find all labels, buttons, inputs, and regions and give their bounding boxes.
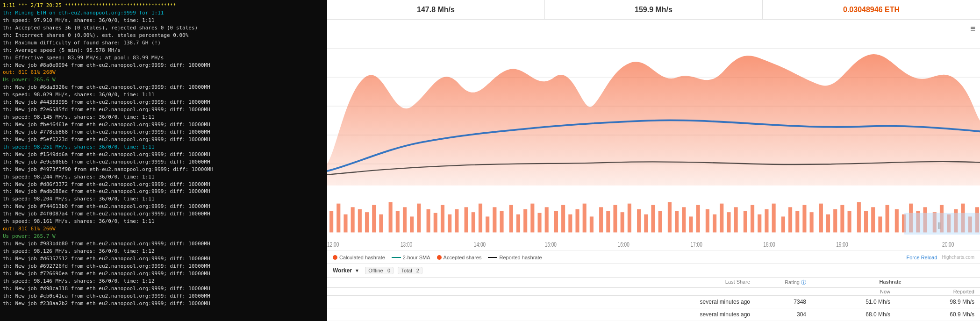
svg-text:18:00: 18:00: [763, 240, 775, 249]
terminal-line: 1:11 *** 2/17 20:25 ********************…: [3, 2, 324, 9]
metric-value-3: 0.03048946 ETH: [843, 6, 900, 14]
svg-rect-28: [493, 207, 496, 232]
legend-line-sma: [392, 257, 401, 258]
terminal-line: th: Effective speed: 83.99 MH/s; at pool…: [3, 54, 324, 62]
terminal-line: th: New job #be46461e from eth-eu2.nanop…: [3, 121, 324, 128]
svg-rect-36: [554, 211, 558, 232]
svg-rect-74: [840, 205, 844, 233]
svg-rect-52: [675, 211, 679, 232]
terminal-line: th speed: 98.146 MH/s, shares: 36/0/0, t…: [3, 278, 324, 285]
legend-sma: 2-hour SMA: [392, 255, 430, 260]
terminal-line: th: Mining ETH on eth-eu2.nanopool.org:9…: [3, 9, 324, 17]
svg-rect-34: [537, 213, 541, 233]
legend-accepted-shares: Accepted shares: [437, 255, 482, 260]
terminal-line: Us power: 265.6 W: [3, 76, 324, 84]
terminal-line: th: New job #726690ea from eth-eu2.nanop…: [3, 270, 324, 278]
sub-col-worker: [333, 289, 666, 294]
svg-rect-68: [795, 211, 799, 232]
svg-text:17:00: 17:00: [690, 240, 702, 249]
table-row: several minutes ago 7348 51.0 Mh/s 98.9 …: [327, 296, 980, 308]
terminal-line: th: New job #4f0087a4 from eth-eu2.nanop…: [3, 210, 324, 218]
svg-rect-67: [788, 207, 792, 232]
svg-rect-45: [621, 212, 624, 232]
svg-rect-48: [644, 214, 648, 233]
svg-rect-75: [848, 211, 851, 232]
row2-hashrate-reported: 60.9 Mh/s: [890, 311, 974, 318]
svg-text:14:00: 14:00: [474, 240, 486, 249]
svg-text:20:00: 20:00: [942, 240, 954, 249]
svg-rect-80: [886, 205, 889, 233]
svg-rect-21: [441, 205, 444, 233]
total-label: Total: [401, 268, 412, 273]
terminal-line: th speed: 98.161 MH/s, shares: 36/0/0, t…: [3, 218, 324, 225]
legend-dot-calculated: [333, 255, 337, 260]
terminal-line: th: New job #692726fd from eth-eu2.nanop…: [3, 263, 324, 270]
terminal-line: th: New job #4973f3f90 from eth-eu2.nano…: [3, 166, 324, 173]
terminal-line: th: New job #1549dd6a from eth-eu2.nanop…: [3, 151, 324, 158]
offline-count: 0: [387, 268, 390, 273]
svg-rect-24: [465, 207, 468, 232]
svg-rect-58: [720, 204, 723, 233]
svg-text:13:00: 13:00: [401, 240, 412, 249]
svg-rect-31: [516, 214, 520, 233]
sub-col-last-share: [666, 289, 750, 294]
terminal-line: th: New job #d6357512 from eth-eu2.nanop…: [3, 255, 324, 263]
metric-calculated-hashrate: 147.8 Mh/s: [327, 0, 545, 19]
svg-rect-102: [904, 213, 980, 235]
svg-rect-6: [329, 211, 333, 232]
svg-rect-11: [365, 212, 369, 232]
svg-rect-25: [472, 212, 475, 232]
legend-reported-hashrate: Reported hashrate: [488, 255, 542, 260]
terminal-line: th speed: 98.244 MH/s, shares: 36/0/0, t…: [3, 173, 324, 181]
svg-rect-79: [878, 216, 882, 232]
svg-rect-54: [689, 216, 693, 232]
chart-area: ≡: [327, 20, 980, 250]
offline-label: Offline: [368, 268, 383, 273]
svg-rect-43: [606, 211, 610, 232]
terminal-line: th: New job #983bdb80 from eth-eu2.nanop…: [3, 240, 324, 248]
svg-rect-47: [637, 209, 641, 232]
terminal-line: th speed: 98.204 MH/s, shares: 36/0/0, t…: [3, 195, 324, 203]
svg-rect-81: [895, 209, 899, 232]
svg-text:16:00: 16:00: [618, 240, 629, 249]
terminal-line: th speed: 98.029 MH/s, shares: 36/0/0, t…: [3, 91, 324, 99]
svg-rect-30: [509, 205, 513, 233]
svg-rect-9: [351, 207, 355, 232]
svg-rect-60: [734, 207, 738, 232]
terminal-line: th: New job #6da3326e from eth-eu2.nanop…: [3, 84, 324, 91]
force-reload-button[interactable]: Force Reload: [906, 255, 937, 260]
svg-rect-13: [379, 214, 383, 233]
worker-sort-chevron[interactable]: ▾: [356, 267, 358, 274]
hamburger-menu[interactable]: ≡: [970, 23, 975, 33]
hashrate-chart: 12:00 13:00 14:00 15:00 16:00 17:00 18:0…: [327, 20, 980, 250]
metric-balance: 0.03048946 ETH: [763, 0, 980, 19]
svg-rect-78: [871, 207, 875, 232]
terminal-line: th: New job #d86f3372 from eth-eu2.nanop…: [3, 181, 324, 188]
svg-rect-22: [448, 214, 451, 233]
svg-rect-64: [765, 209, 768, 232]
highcharts-credit: Highcharts.com: [942, 255, 974, 260]
svg-rect-63: [758, 214, 761, 233]
svg-rect-76: [857, 202, 861, 233]
terminal-line: th speed: 98.251 MH/s, shares: 36/0/0, t…: [3, 143, 324, 151]
terminal-line: th: New job #778cb868 from eth-eu2.nanop…: [3, 128, 324, 136]
svg-rect-38: [568, 214, 572, 233]
svg-rect-8: [343, 214, 347, 233]
terminal-line: th speed: 98.126 MH/s, shares: 36/0/0, t…: [3, 248, 324, 255]
svg-rect-40: [583, 204, 587, 233]
svg-rect-61: [744, 211, 747, 232]
terminal-line: out: 81C 61% 268W: [3, 69, 324, 76]
col-group-last-share: Last Share: [666, 279, 750, 286]
svg-rect-72: [826, 214, 830, 233]
svg-rect-14: [389, 202, 393, 233]
svg-rect-7: [336, 204, 340, 233]
svg-text:19:00: 19:00: [836, 240, 848, 249]
table-row: several minutes ago 304 68.0 Mh/s 60.9 M…: [327, 308, 980, 321]
svg-rect-57: [713, 214, 716, 233]
svg-rect-33: [530, 204, 534, 233]
svg-rect-10: [358, 209, 362, 232]
svg-rect-18: [417, 204, 421, 233]
terminal-line: th speed: 97.910 MH/s, shares: 36/0/0, t…: [3, 17, 324, 24]
svg-rect-35: [545, 207, 549, 232]
worker-header-row: Worker ▾ Offline 0 Total 2: [327, 264, 980, 278]
